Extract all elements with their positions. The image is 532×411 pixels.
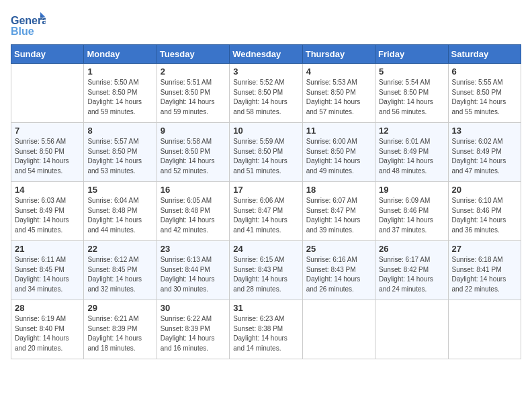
daylight-text: Daylight: 14 hours <box>233 334 287 342</box>
day-info: Sunrise: 6:03 AM Sunset: 8:49 PM Dayligh… <box>15 196 80 235</box>
daylight-text: Daylight: 14 hours <box>15 216 69 224</box>
day-number: 4 <box>306 66 371 77</box>
header: General Blue <box>11 11 521 39</box>
day-number: 2 <box>161 66 226 77</box>
calendar-cell: 29 Sunrise: 6:21 AM Sunset: 8:39 PM Dayl… <box>84 300 157 359</box>
sunrise-text: Sunrise: 6:18 AM <box>452 256 503 263</box>
calendar-cell: 23 Sunrise: 6:13 AM Sunset: 8:44 PM Dayl… <box>157 241 229 300</box>
sunrise-text: Sunrise: 5:56 AM <box>15 138 66 145</box>
day-info: Sunrise: 5:55 AM Sunset: 8:50 PM Dayligh… <box>452 78 517 117</box>
sunrise-text: Sunrise: 5:50 AM <box>87 79 138 86</box>
daylight-text-2: and 16 minutes. <box>161 345 208 352</box>
header-day-tuesday: Tuesday <box>157 45 229 64</box>
sunset-text: Sunset: 8:46 PM <box>452 207 502 214</box>
header-row: SundayMondayTuesdayWednesdayThursdayFrid… <box>11 45 521 64</box>
daylight-text: Daylight: 14 hours <box>87 334 142 342</box>
day-number: 17 <box>233 185 298 195</box>
day-number: 29 <box>87 303 152 313</box>
day-number: 20 <box>452 185 517 195</box>
sunrise-text: Sunrise: 6:16 AM <box>306 256 357 263</box>
sunset-text: Sunset: 8:50 PM <box>161 148 210 155</box>
day-number: 6 <box>452 66 517 77</box>
sunset-text: Sunset: 8:44 PM <box>161 266 210 273</box>
sunrise-text: Sunrise: 6:22 AM <box>161 315 212 322</box>
daylight-text-2: and 22 minutes. <box>452 285 500 293</box>
sunset-text: Sunset: 8:45 PM <box>87 266 137 273</box>
daylight-text: Daylight: 14 hours <box>233 98 287 105</box>
logo-wrapper: General Blue <box>11 11 46 39</box>
daylight-text-2: and 42 minutes. <box>161 226 208 234</box>
daylight-text-2: and 20 minutes. <box>15 345 62 352</box>
day-info: Sunrise: 5:53 AM Sunset: 8:50 PM Dayligh… <box>306 78 371 117</box>
daylight-text-2: and 39 minutes. <box>306 226 354 234</box>
day-number: 30 <box>161 303 226 313</box>
daylight-text: Daylight: 14 hours <box>15 157 69 165</box>
sunrise-text: Sunrise: 6:02 AM <box>452 138 503 145</box>
sunset-text: Sunset: 8:42 PM <box>379 266 429 273</box>
calendar-cell: 22 Sunrise: 6:12 AM Sunset: 8:45 PM Dayl… <box>84 241 157 300</box>
day-info: Sunrise: 6:06 AM Sunset: 8:47 PM Dayligh… <box>233 196 298 235</box>
calendar-cell: 18 Sunrise: 6:07 AM Sunset: 8:47 PM Dayl… <box>302 182 375 241</box>
sunrise-text: Sunrise: 6:01 AM <box>379 138 430 145</box>
day-info: Sunrise: 6:11 AM Sunset: 8:45 PM Dayligh… <box>15 255 80 294</box>
calendar-cell: 9 Sunrise: 5:58 AM Sunset: 8:50 PM Dayli… <box>157 123 229 182</box>
sunset-text: Sunset: 8:50 PM <box>379 89 429 96</box>
sunrise-text: Sunrise: 6:07 AM <box>306 197 357 204</box>
daylight-text-2: and 49 minutes. <box>306 167 354 175</box>
day-info: Sunrise: 5:59 AM Sunset: 8:50 PM Dayligh… <box>233 137 298 176</box>
day-number: 15 <box>87 185 152 195</box>
sunrise-text: Sunrise: 5:57 AM <box>87 138 138 145</box>
calendar-cell <box>11 64 84 123</box>
sunrise-text: Sunrise: 6:04 AM <box>87 197 138 204</box>
sunrise-text: Sunrise: 6:00 AM <box>306 138 357 145</box>
daylight-text-2: and 34 minutes. <box>15 285 62 293</box>
header-day-monday: Monday <box>84 45 157 64</box>
daylight-text-2: and 14 minutes. <box>233 345 281 352</box>
day-info: Sunrise: 6:12 AM Sunset: 8:45 PM Dayligh… <box>87 255 152 294</box>
week-row-1: 1 Sunrise: 5:50 AM Sunset: 8:50 PM Dayli… <box>11 64 521 123</box>
daylight-text-2: and 55 minutes. <box>452 108 500 116</box>
header-day-thursday: Thursday <box>302 45 375 64</box>
calendar-cell: 14 Sunrise: 6:03 AM Sunset: 8:49 PM Dayl… <box>11 182 84 241</box>
calendar-cell: 17 Sunrise: 6:06 AM Sunset: 8:47 PM Dayl… <box>230 182 302 241</box>
sunset-text: Sunset: 8:47 PM <box>306 207 356 214</box>
daylight-text-2: and 30 minutes. <box>161 285 208 293</box>
calendar-cell: 13 Sunrise: 6:02 AM Sunset: 8:49 PM Dayl… <box>448 123 521 182</box>
day-number: 12 <box>379 126 444 136</box>
sunrise-text: Sunrise: 5:58 AM <box>161 138 212 145</box>
sunset-text: Sunset: 8:39 PM <box>161 325 210 332</box>
day-info: Sunrise: 6:23 AM Sunset: 8:38 PM Dayligh… <box>233 314 298 353</box>
day-number: 27 <box>452 244 517 254</box>
sunrise-text: Sunrise: 6:21 AM <box>87 315 138 322</box>
daylight-text-2: and 28 minutes. <box>233 285 281 293</box>
sunset-text: Sunset: 8:49 PM <box>379 148 429 155</box>
sunset-text: Sunset: 8:50 PM <box>452 89 502 96</box>
day-info: Sunrise: 6:04 AM Sunset: 8:48 PM Dayligh… <box>87 196 152 235</box>
week-row-5: 28 Sunrise: 6:19 AM Sunset: 8:40 PM Dayl… <box>11 300 521 359</box>
daylight-text: Daylight: 14 hours <box>233 216 287 224</box>
calendar-cell: 27 Sunrise: 6:18 AM Sunset: 8:41 PM Dayl… <box>448 241 521 300</box>
daylight-text-2: and 59 minutes. <box>87 108 135 116</box>
daylight-text: Daylight: 14 hours <box>379 216 433 224</box>
daylight-text-2: and 36 minutes. <box>452 226 500 234</box>
calendar-cell: 2 Sunrise: 5:51 AM Sunset: 8:50 PM Dayli… <box>157 64 229 123</box>
sunset-text: Sunset: 8:50 PM <box>87 89 137 96</box>
calendar-cell: 8 Sunrise: 5:57 AM Sunset: 8:50 PM Dayli… <box>84 123 157 182</box>
calendar-cell <box>302 300 375 359</box>
sunset-text: Sunset: 8:50 PM <box>306 89 356 96</box>
day-number: 18 <box>306 185 371 195</box>
sunset-text: Sunset: 8:38 PM <box>233 325 283 332</box>
day-info: Sunrise: 6:10 AM Sunset: 8:46 PM Dayligh… <box>452 196 517 235</box>
day-info: Sunrise: 5:50 AM Sunset: 8:50 PM Dayligh… <box>87 78 152 117</box>
daylight-text: Daylight: 14 hours <box>452 98 506 105</box>
svg-text:Blue: Blue <box>11 26 34 37</box>
sunrise-text: Sunrise: 6:03 AM <box>15 197 66 204</box>
daylight-text: Daylight: 14 hours <box>161 275 215 283</box>
calendar-cell: 26 Sunrise: 6:17 AM Sunset: 8:42 PM Dayl… <box>375 241 448 300</box>
day-info: Sunrise: 5:54 AM Sunset: 8:50 PM Dayligh… <box>379 78 444 117</box>
day-info: Sunrise: 6:09 AM Sunset: 8:46 PM Dayligh… <box>379 196 444 235</box>
daylight-text: Daylight: 14 hours <box>87 157 142 165</box>
daylight-text-2: and 52 minutes. <box>161 167 208 175</box>
daylight-text-2: and 37 minutes. <box>379 226 427 234</box>
day-number: 14 <box>15 185 80 195</box>
